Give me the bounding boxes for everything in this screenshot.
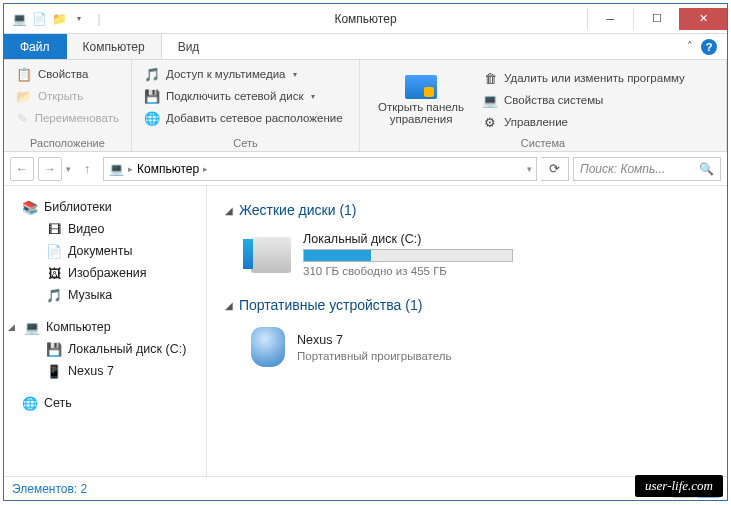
- breadcrumb[interactable]: 💻 ▸ Компьютер ▸ ▾: [103, 157, 537, 181]
- navigation-pane: 📚Библиотеки 🎞Видео 📄Документы 🖼Изображен…: [4, 186, 207, 476]
- sidebar-item-music[interactable]: 🎵Музыка: [4, 284, 206, 306]
- network-icon: 🌐: [22, 395, 38, 411]
- minimize-button[interactable]: ─: [587, 8, 633, 30]
- add-location-icon: 🌐: [144, 110, 160, 126]
- manage-icon: ⚙: [482, 114, 498, 130]
- group-header-portable[interactable]: ◢Портативные устройства (1): [225, 297, 709, 313]
- item-count: Элементов: 2: [12, 482, 87, 496]
- sidebar-item-local-disk[interactable]: 💾Локальный диск (C:): [4, 338, 206, 360]
- sidebar-item-computer[interactable]: ◢💻Компьютер: [4, 316, 206, 338]
- hard-drive-icon: [251, 237, 291, 273]
- search-icon: 🔍: [699, 162, 714, 176]
- map-drive-button[interactable]: 💾Подключить сетевой диск▾: [140, 86, 351, 106]
- group-system-label: Система: [368, 135, 718, 149]
- drive-free-space: 310 ГБ свободно из 455 ГБ: [303, 265, 703, 277]
- help-icon[interactable]: ?: [701, 39, 717, 55]
- portable-device-icon: [251, 327, 285, 367]
- control-panel-button[interactable]: Открыть панельуправления: [368, 64, 474, 135]
- add-location-button[interactable]: 🌐Добавить сетевое расположение: [140, 108, 351, 128]
- chevron-down-icon: ▾: [293, 70, 297, 79]
- network-drive-icon: 💾: [144, 88, 160, 104]
- sidebar-item-pictures[interactable]: 🖼Изображения: [4, 262, 206, 284]
- computer-icon: 💻: [10, 10, 28, 28]
- sidebar-item-network[interactable]: 🌐Сеть: [4, 392, 206, 414]
- sidebar-item-libraries[interactable]: 📚Библиотеки: [4, 196, 206, 218]
- tab-file[interactable]: Файл: [4, 34, 67, 59]
- drive-icon: 💾: [46, 341, 62, 357]
- manage-button[interactable]: ⚙Управление: [478, 112, 689, 132]
- ribbon-tabs: Файл Компьютер Вид ˄ ?: [4, 34, 727, 60]
- expander-icon[interactable]: ◢: [8, 322, 18, 332]
- uninstall-button[interactable]: 🗑Удалить или изменить программу: [478, 68, 689, 88]
- uninstall-icon: 🗑: [482, 70, 498, 86]
- media-access-button[interactable]: 🎵Доступ к мультимедиа▾: [140, 64, 351, 84]
- breadcrumb-item[interactable]: Компьютер: [137, 162, 199, 176]
- sidebar-item-documents[interactable]: 📄Документы: [4, 240, 206, 262]
- collapse-ribbon-icon[interactable]: ˄: [687, 40, 693, 53]
- content-pane: ◢Жесткие диски (1) Локальный диск (C:) 3…: [207, 186, 727, 476]
- folder-icon[interactable]: 📁: [50, 10, 68, 28]
- device-icon: 📱: [46, 363, 62, 379]
- statusbar: Элементов: 2 ☰ ▦: [4, 476, 727, 500]
- open-button: 📂Открыть: [12, 86, 123, 106]
- up-button[interactable]: ↑: [75, 157, 99, 181]
- tab-computer[interactable]: Компьютер: [67, 34, 162, 59]
- history-dropdown-icon[interactable]: ▾: [66, 164, 71, 174]
- properties-button[interactable]: 📋Свойства: [12, 64, 123, 84]
- sidebar-item-video[interactable]: 🎞Видео: [4, 218, 206, 240]
- music-icon: 🎵: [46, 287, 62, 303]
- window-title: Компьютер: [334, 12, 396, 26]
- control-panel-icon: [405, 75, 437, 99]
- sidebar-item-nexus[interactable]: 📱Nexus 7: [4, 360, 206, 382]
- media-icon: 🎵: [144, 66, 160, 82]
- explorer-window: 💻 📄 📁 ▾ | Компьютер ─ ☐ ✕ Файл Компьютер…: [3, 3, 728, 501]
- rename-icon: ✎: [16, 110, 29, 126]
- properties-icon: 📋: [16, 66, 32, 82]
- qat-dropdown-icon[interactable]: ▾: [70, 10, 88, 28]
- video-icon: 🎞: [46, 221, 62, 237]
- collapse-icon: ◢: [225, 300, 233, 311]
- computer-icon: 💻: [108, 161, 124, 177]
- pictures-icon: 🖼: [46, 265, 62, 281]
- open-icon: 📂: [16, 88, 32, 104]
- disk-usage-bar: [303, 249, 513, 262]
- device-name: Nexus 7: [297, 333, 703, 347]
- ribbon: 📋Свойства 📂Открыть ✎Переименовать Распол…: [4, 60, 727, 152]
- collapse-icon: ◢: [225, 205, 233, 216]
- maximize-button[interactable]: ☐: [633, 8, 679, 30]
- rename-button: ✎Переименовать: [12, 108, 123, 128]
- libraries-icon: 📚: [22, 199, 38, 215]
- group-location-label: Расположение: [12, 135, 123, 149]
- chevron-down-icon[interactable]: ▾: [527, 164, 532, 174]
- titlebar: 💻 📄 📁 ▾ | Компьютер ─ ☐ ✕: [4, 4, 727, 34]
- documents-icon: 📄: [46, 243, 62, 259]
- drive-name: Локальный диск (C:): [303, 232, 703, 246]
- tab-view[interactable]: Вид: [162, 34, 217, 59]
- group-network-label: Сеть: [140, 135, 351, 149]
- system-icon: 💻: [482, 92, 498, 108]
- device-type: Портативный проигрыватель: [297, 350, 703, 362]
- computer-icon: 💻: [24, 319, 40, 335]
- refresh-button[interactable]: ⟳: [541, 157, 569, 181]
- system-properties-button[interactable]: 💻Свойства системы: [478, 90, 689, 110]
- properties-icon[interactable]: 📄: [30, 10, 48, 28]
- close-button[interactable]: ✕: [679, 8, 727, 30]
- drive-local-disk[interactable]: Локальный диск (C:) 310 ГБ свободно из 4…: [225, 228, 709, 291]
- back-button[interactable]: ←: [10, 157, 34, 181]
- forward-button[interactable]: →: [38, 157, 62, 181]
- watermark: user-life.com: [635, 475, 723, 497]
- device-nexus7[interactable]: Nexus 7 Портативный проигрыватель: [225, 323, 709, 381]
- chevron-down-icon: ▾: [311, 92, 315, 101]
- qat: 💻 📄 📁 ▾ |: [4, 10, 108, 28]
- search-input[interactable]: Поиск: Компь... 🔍: [573, 157, 721, 181]
- navbar: ← → ▾ ↑ 💻 ▸ Компьютер ▸ ▾ ⟳ Поиск: Компь…: [4, 152, 727, 186]
- group-header-hdd[interactable]: ◢Жесткие диски (1): [225, 202, 709, 218]
